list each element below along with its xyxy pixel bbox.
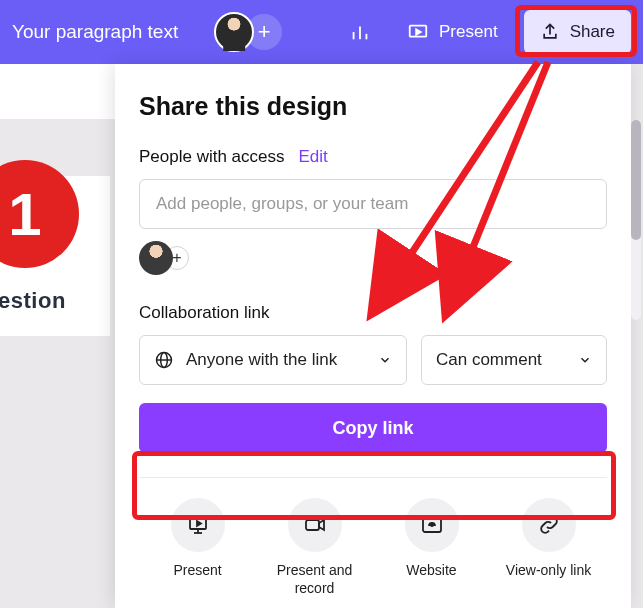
action-label: Present and record: [260, 562, 370, 597]
svg-marker-4: [416, 29, 421, 35]
globe-icon: [154, 350, 174, 370]
action-circle: [522, 498, 576, 552]
slide-preview: 1 uestion: [0, 176, 110, 336]
chevron-down-icon: [378, 353, 392, 367]
link-scope-dropdown[interactable]: Anyone with the link: [139, 335, 407, 385]
collab-link-label: Collaboration link: [139, 303, 607, 323]
website-icon: [420, 513, 444, 537]
share-actions-row: Present Present and record Website View-…: [139, 498, 607, 597]
bar-chart-icon: [349, 21, 371, 43]
member-avatar[interactable]: [139, 241, 173, 275]
add-people-placeholder: Add people, groups, or your team: [156, 194, 408, 214]
scrollbar-thumb[interactable]: [631, 120, 641, 240]
divider: [139, 477, 607, 478]
access-row: People with access Edit: [139, 147, 607, 167]
action-circle: [405, 498, 459, 552]
svg-rect-12: [306, 520, 319, 530]
presentation-icon: [407, 21, 429, 43]
svg-point-15: [430, 524, 432, 526]
chevron-down-icon: [578, 353, 592, 367]
avatar-group: +: [214, 12, 282, 52]
permission-dropdown[interactable]: Can comment: [421, 335, 607, 385]
svg-marker-11: [197, 521, 201, 526]
link-icon: [537, 513, 561, 537]
share-panel-title: Share this design: [139, 92, 607, 121]
action-label: View-only link: [506, 562, 591, 580]
slide-text: uestion: [0, 288, 66, 314]
present-button[interactable]: Present: [389, 11, 516, 53]
share-panel: Share this design People with access Edi…: [115, 64, 631, 608]
user-avatar[interactable]: [214, 12, 254, 52]
top-bar: Your paragraph text + Present Share: [0, 0, 643, 64]
copy-link-button[interactable]: Copy link: [139, 403, 607, 453]
slide-number-circle: 1: [0, 160, 79, 268]
copy-link-label: Copy link: [332, 418, 413, 439]
design-title[interactable]: Your paragraph text: [12, 21, 206, 43]
present-label: Present: [439, 22, 498, 42]
action-present-record[interactable]: Present and record: [260, 498, 370, 597]
present-icon: [186, 513, 210, 537]
record-icon: [303, 513, 327, 537]
action-circle: [171, 498, 225, 552]
edit-access-link[interactable]: Edit: [299, 147, 328, 167]
link-scope-value: Anyone with the link: [186, 350, 337, 370]
link-settings-row: Anyone with the link Can comment: [139, 335, 607, 385]
members-row: +: [139, 241, 607, 275]
access-label: People with access: [139, 147, 285, 167]
insights-button[interactable]: [339, 11, 381, 53]
action-website[interactable]: Website: [377, 498, 487, 597]
upload-icon: [540, 22, 560, 42]
action-view-only[interactable]: View-only link: [494, 498, 604, 597]
share-label: Share: [570, 22, 615, 42]
share-button[interactable]: Share: [524, 10, 631, 54]
add-people-input[interactable]: Add people, groups, or your team: [139, 179, 607, 229]
action-present[interactable]: Present: [143, 498, 253, 597]
action-circle: [288, 498, 342, 552]
action-label: Present: [173, 562, 221, 580]
action-label: Website: [406, 562, 456, 580]
left-white-strip: [0, 64, 115, 119]
permission-value: Can comment: [436, 350, 542, 370]
